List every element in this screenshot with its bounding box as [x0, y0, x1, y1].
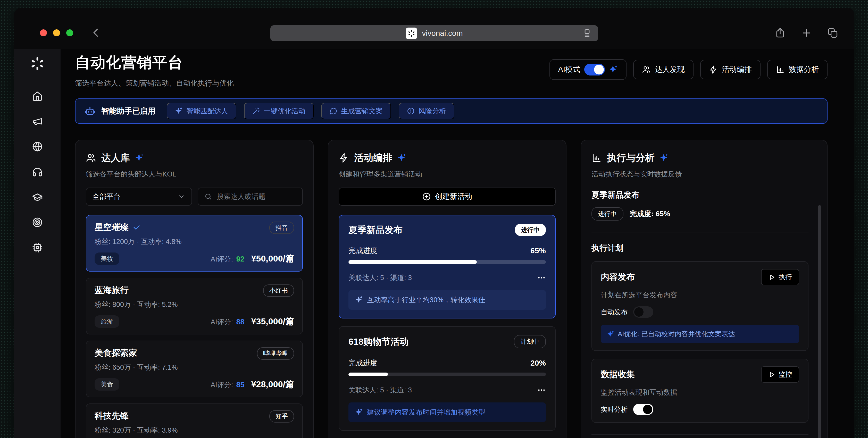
- nav-button-label: 数据分析: [789, 64, 819, 75]
- more-menu-icon[interactable]: [537, 273, 546, 282]
- platform-badge: 知乎: [269, 410, 294, 423]
- kol-search-input[interactable]: [216, 192, 296, 201]
- campaign-panel: 活动编排 创建和管理多渠道营销活动 创建新活动: [328, 139, 566, 438]
- progress-bar: [348, 260, 546, 264]
- analysis-panel: 执行与分析 活动执行状态与实时数据反馈 夏季新品发布 进行中 完成度: 65% …: [581, 139, 828, 438]
- panel-scrollbar[interactable]: [818, 205, 821, 438]
- more-menu-icon[interactable]: [537, 386, 546, 395]
- ai-mode-pill: AI模式: [550, 59, 626, 80]
- alert-circle-icon: [407, 107, 415, 115]
- ai-score-label: AI评分:: [211, 317, 233, 327]
- sparkles-icon: [609, 65, 618, 74]
- task-desc: 计划在所选平台发布内容: [601, 290, 799, 300]
- panel-title: 执行与分析: [607, 152, 655, 164]
- nav-analytics-button[interactable]: 数据分析: [767, 60, 828, 80]
- progress-label: 完成进度: [348, 358, 377, 368]
- toggle-label: 实时分析: [601, 405, 627, 414]
- reader-mode-icon[interactable]: [582, 28, 592, 38]
- check-icon: [133, 224, 141, 231]
- bar-chart-icon: [591, 153, 602, 163]
- chip-label: 智能匹配达人: [186, 106, 228, 116]
- chip-label: 生成营销文案: [341, 106, 383, 116]
- chip-risk-analysis[interactable]: 风险分析: [399, 103, 454, 119]
- toggle-label: 自动发布: [601, 308, 627, 317]
- plus-circle-icon: [422, 192, 431, 201]
- tab-overview-icon[interactable]: [827, 27, 838, 39]
- sparkles-icon: [660, 154, 669, 162]
- back-icon[interactable]: [90, 27, 102, 39]
- platform-filter-select[interactable]: 全部平台: [86, 188, 192, 206]
- kol-category-tag: 美妆: [95, 252, 119, 265]
- search-icon: [205, 193, 212, 200]
- status-badge: 进行中: [591, 207, 623, 221]
- monitor-button[interactable]: 监控: [761, 366, 799, 383]
- campaign-card-selected[interactable]: 夏季新品发布 进行中 完成进度 65%: [339, 215, 556, 318]
- realtime-analysis-toggle[interactable]: [633, 404, 653, 415]
- sidebar-target-icon[interactable]: [32, 217, 43, 228]
- chip-match-kol[interactable]: 智能匹配达人: [167, 103, 236, 119]
- kol-category-tag: 美食: [95, 378, 119, 390]
- header-actions: AI模式 达人发现: [550, 59, 828, 80]
- chevron-down-icon: [178, 193, 185, 200]
- ai-score-value: 92: [236, 255, 244, 263]
- chip-optimize-campaign[interactable]: 一键优化活动: [244, 103, 314, 119]
- zoom-window-button[interactable]: [66, 29, 73, 36]
- sidebar-globe-icon[interactable]: [32, 141, 43, 152]
- ai-mode-toggle[interactable]: [584, 64, 605, 75]
- panel-subtitle: 筛选各平台的头部达人与KOL: [86, 169, 303, 179]
- auto-publish-toggle[interactable]: [633, 306, 653, 318]
- share-icon[interactable]: [774, 27, 786, 39]
- bot-icon: [84, 105, 96, 117]
- campaign-card[interactable]: 618购物节活动 计划中 完成进度 20%: [339, 326, 556, 431]
- kol-card-selected[interactable]: 星空璀璨 抖音 粉丝: 1200万 · 互动率: 4.8% 美妆: [86, 215, 303, 272]
- panel-subtitle: 活动执行状态与实时数据反馈: [591, 169, 808, 179]
- sidebar-graduation-cap-icon[interactable]: [32, 192, 43, 202]
- ai-score-label: AI评分:: [211, 380, 233, 389]
- kol-card[interactable]: 蓝海旅行 小红书 粉丝: 800万 · 互动率: 5.2% 旅游 AI评分: 8…: [86, 278, 303, 335]
- status-badge: 计划中: [514, 335, 546, 348]
- create-campaign-button[interactable]: 创建新活动: [339, 188, 556, 206]
- sparkles-icon: [397, 154, 406, 162]
- users-icon: [86, 153, 96, 163]
- play-icon: [768, 371, 775, 378]
- nav-button-label: 达人发现: [655, 64, 685, 75]
- kol-search-box: [198, 188, 303, 206]
- sidebar-headphones-icon[interactable]: [32, 166, 43, 177]
- browser-window: vivonai.com: [14, 8, 854, 438]
- ai-score-value: 85: [236, 380, 244, 389]
- ai-mode-label: AI模式: [558, 64, 580, 75]
- ai-insight-text: AI优化: 已自动校对内容并优化文案表达: [618, 330, 735, 339]
- progress-bar: [348, 373, 546, 376]
- panel-title: 活动编排: [354, 152, 392, 164]
- ai-assistant-status: 智能助手已启用: [84, 105, 155, 117]
- campaign-name: 618购物节活动: [348, 336, 408, 348]
- ai-score-label: AI评分:: [211, 255, 233, 264]
- sidebar-home-icon[interactable]: [32, 91, 43, 101]
- monitor-button-label: 监控: [779, 370, 792, 379]
- chat-bubble-icon: [330, 107, 337, 115]
- execute-button[interactable]: 执行: [761, 269, 799, 285]
- nav-campaign-button[interactable]: 活动编排: [700, 60, 761, 80]
- task-desc: 监控活动表现和互动数据: [601, 388, 799, 397]
- sidebar-megaphone-icon[interactable]: [32, 116, 43, 127]
- plan-section-title: 执行计划: [591, 243, 808, 253]
- kol-card[interactable]: 科技先锋 知乎 粉丝: 320万 · 互动率: 3.9% 科技 AI评分: 79…: [86, 404, 303, 438]
- panel-title: 达人库: [101, 152, 130, 164]
- ai-quick-actions: 智能匹配达人 一键优化活动 生成营销文案: [167, 103, 454, 119]
- sparkles-icon: [355, 408, 363, 416]
- app-logo-starburst-icon: [30, 56, 45, 71]
- chip-generate-copy[interactable]: 生成营销文案: [321, 103, 391, 119]
- address-bar[interactable]: vivonai.com: [270, 25, 598, 41]
- new-tab-plus-icon[interactable]: [801, 27, 812, 39]
- kol-price: ¥50,000/篇: [251, 253, 294, 264]
- ai-assistant-banner: 智能助手已启用 智能匹配达人 一键优化活动: [75, 98, 828, 124]
- nav-kol-discovery-button[interactable]: 达人发现: [633, 60, 693, 80]
- kol-card[interactable]: 美食探索家 哔哩哔哩 粉丝: 650万 · 互动率: 7.1% 美食 AI评分:…: [86, 341, 303, 397]
- progress-bar-fill: [348, 373, 388, 376]
- task-card-data-collection: 数据收集 监控 监控活动表现和互动数据 实时分析: [591, 358, 808, 423]
- kol-name: 美食探索家: [95, 347, 137, 359]
- zap-icon: [709, 65, 718, 74]
- minimize-window-button[interactable]: [53, 29, 60, 36]
- sidebar-cpu-icon[interactable]: [32, 242, 43, 253]
- close-window-button[interactable]: [40, 29, 47, 36]
